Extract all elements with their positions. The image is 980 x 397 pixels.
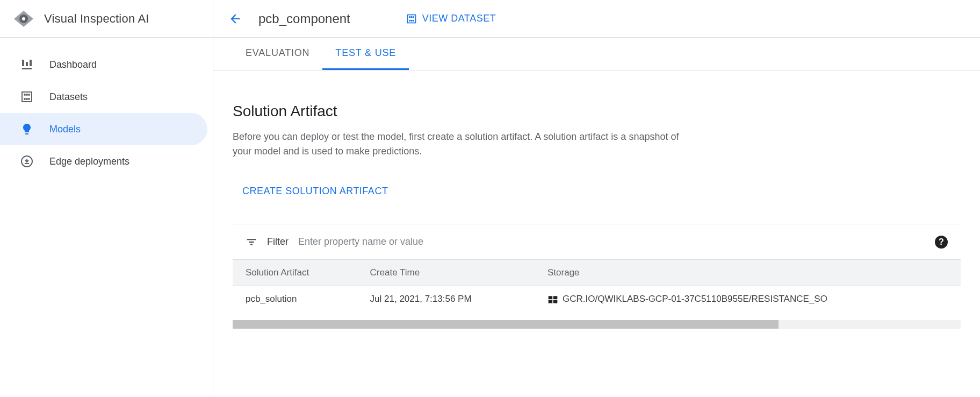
sidebar-item-label: Models xyxy=(49,124,81,135)
svg-point-19 xyxy=(413,16,414,17)
svg-rect-26 xyxy=(553,300,558,303)
tab-evaluation[interactable]: EVALUATION xyxy=(233,38,322,70)
models-icon xyxy=(20,123,33,136)
cell-name: pcb_solution xyxy=(233,286,357,313)
svg-rect-25 xyxy=(549,300,552,303)
create-solution-artifact-button[interactable]: CREATE SOLUTION ARTIFACT xyxy=(233,180,398,202)
page-title: pcb_component xyxy=(258,11,350,26)
edge-icon xyxy=(20,155,33,168)
content: Solution Artifact Before you can deploy … xyxy=(213,70,980,397)
filter-bar: Filter ? xyxy=(233,224,961,259)
back-button[interactable] xyxy=(228,12,242,26)
section-title: Solution Artifact xyxy=(233,103,961,120)
svg-rect-16 xyxy=(407,15,415,23)
svg-rect-4 xyxy=(26,62,28,66)
artifact-table-container: Filter ? Solution Artifact Create Time S… xyxy=(233,224,961,329)
col-storage[interactable]: Storage xyxy=(535,260,961,286)
filter-icon xyxy=(246,236,257,248)
sidebar: Visual Inspection AI Dashboard Datasets … xyxy=(0,0,213,397)
sidebar-item-label: Datasets xyxy=(49,91,88,103)
artifact-table: Solution Artifact Create Time Storage pc… xyxy=(233,259,961,313)
svg-point-13 xyxy=(28,98,30,100)
svg-rect-7 xyxy=(22,92,32,102)
sidebar-item-edge-deployments[interactable]: Edge deployments xyxy=(0,145,207,178)
storage-path: GCR.IO/QWIKLABS-GCP-01-37C5110B955E/RESI… xyxy=(563,294,827,304)
sidebar-nav: Dashboard Datasets Models Edge deploymen… xyxy=(0,38,213,178)
table-header-row: Solution Artifact Create Time Storage xyxy=(233,260,961,286)
svg-rect-3 xyxy=(22,60,24,66)
svg-point-2 xyxy=(22,17,25,20)
main-header: pcb_component VIEW DATASET xyxy=(213,0,980,38)
view-dataset-label: VIEW DATASET xyxy=(422,13,496,24)
svg-rect-23 xyxy=(549,296,552,299)
table-row[interactable]: pcb_solution Jul 21, 2021, 7:13:56 PM GC… xyxy=(233,286,961,313)
svg-point-8 xyxy=(24,94,25,95)
filter-input[interactable] xyxy=(298,233,925,251)
sidebar-item-label: Edge deployments xyxy=(49,156,129,167)
view-dataset-button[interactable]: VIEW DATASET xyxy=(399,9,503,29)
svg-point-9 xyxy=(26,94,27,95)
scroll-thumb[interactable] xyxy=(233,320,779,329)
container-registry-icon xyxy=(547,294,558,305)
help-icon[interactable]: ? xyxy=(935,236,948,249)
arrow-back-icon xyxy=(228,12,242,26)
sidebar-item-dashboard[interactable]: Dashboard xyxy=(0,48,207,81)
svg-point-18 xyxy=(411,16,412,17)
svg-point-17 xyxy=(409,16,410,17)
sidebar-header: Visual Inspection AI xyxy=(0,0,213,38)
col-create-time[interactable]: Create Time xyxy=(357,260,535,286)
tabs: EVALUATION TEST & USE xyxy=(213,38,980,70)
dataset-icon xyxy=(406,13,417,24)
svg-point-12 xyxy=(26,98,27,100)
sidebar-item-label: Dashboard xyxy=(49,59,97,70)
datasets-icon xyxy=(20,90,33,103)
sidebar-title: Visual Inspection AI xyxy=(44,12,149,26)
svg-rect-24 xyxy=(553,296,558,299)
svg-point-22 xyxy=(413,20,414,21)
svg-point-11 xyxy=(24,98,25,100)
sidebar-item-models[interactable]: Models xyxy=(0,113,207,145)
dashboard-icon xyxy=(20,58,33,71)
section-description: Before you can deploy or test the model,… xyxy=(233,130,689,159)
horizontal-scrollbar[interactable] xyxy=(233,320,961,329)
visual-inspection-logo-icon xyxy=(13,8,34,30)
svg-point-21 xyxy=(411,20,412,21)
svg-point-10 xyxy=(28,94,30,95)
svg-rect-6 xyxy=(22,68,32,69)
sidebar-item-datasets[interactable]: Datasets xyxy=(0,81,207,113)
col-solution-artifact[interactable]: Solution Artifact xyxy=(233,260,357,286)
cell-create-time: Jul 21, 2021, 7:13:56 PM xyxy=(357,286,535,313)
main-panel: pcb_component VIEW DATASET EVALUATION TE… xyxy=(213,0,980,397)
svg-point-20 xyxy=(409,20,410,21)
cell-storage: GCR.IO/QWIKLABS-GCP-01-37C5110B955E/RESI… xyxy=(535,286,961,313)
filter-label: Filter xyxy=(267,236,289,247)
tab-test-and-use[interactable]: TEST & USE xyxy=(322,38,409,70)
svg-rect-5 xyxy=(30,60,32,66)
